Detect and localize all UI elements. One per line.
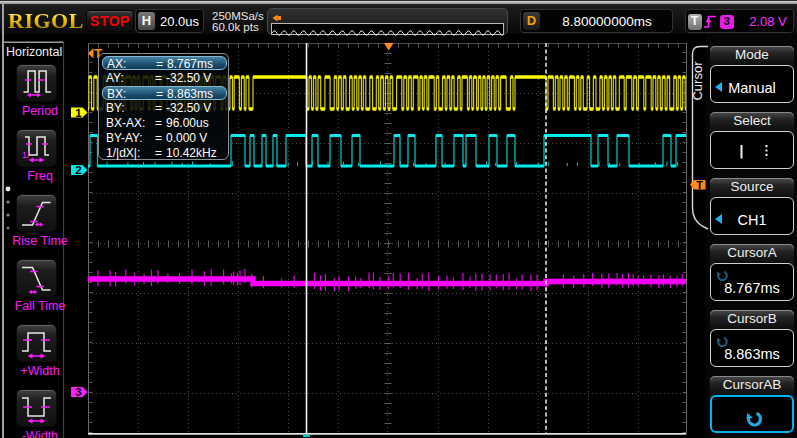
svg-text:2: 2 [75,164,81,176]
svg-text:1: 1 [75,107,82,119]
svg-text:3: 3 [75,386,81,398]
